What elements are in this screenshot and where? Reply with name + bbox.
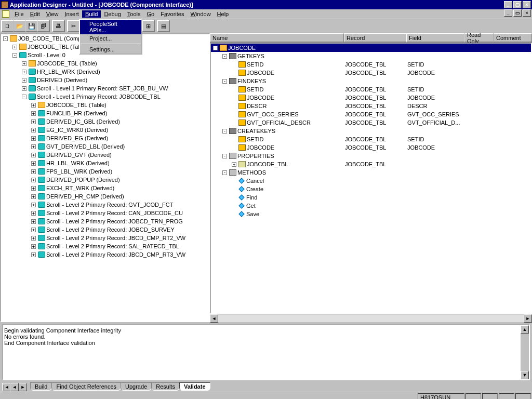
expander-icon[interactable]: + (31, 119, 36, 124)
expander-icon[interactable]: + (31, 178, 36, 182)
scroll-down-button[interactable]: ▼ (521, 371, 529, 379)
expander-icon[interactable]: + (31, 252, 36, 257)
menu-project[interactable]: Project... (80, 34, 141, 43)
tree-item[interactable]: +Scroll - Level 2 Primary Record: JBCD_C… (1, 250, 209, 259)
expander-icon[interactable]: - (3, 36, 8, 41)
ci-tree-item[interactable]: JOBCODEJOBCODE_TBLJOBCODE (211, 94, 531, 102)
tab-build[interactable]: Build (30, 382, 52, 391)
ci-tree-item[interactable]: GVT_OFFICIAL_DESCRJOBCODE_TBLGVT_OFFICIA… (211, 118, 531, 127)
expander-icon[interactable]: + (12, 45, 17, 49)
ci-tree-item[interactable]: -METHODS (211, 168, 531, 177)
expander-icon[interactable]: - (12, 53, 17, 58)
ci-tree-item[interactable]: SETIDJOBCODE_TBLSETID (211, 60, 531, 69)
expander-icon[interactable]: + (31, 194, 36, 199)
expander-icon[interactable]: + (31, 103, 36, 108)
col-comment[interactable]: Comment (494, 33, 532, 42)
ci-tree-item[interactable]: DESCRJOBCODE_TBLDESCR (211, 102, 531, 110)
horizontal-scrollbar[interactable]: ◄ ► (210, 314, 532, 322)
tab-find-object-references[interactable]: Find Object References (51, 382, 121, 391)
tree-item[interactable]: +FUNCLIB_HR (Derived) (1, 109, 209, 117)
btn-h[interactable]: ▤ (157, 20, 169, 32)
project-tree[interactable]: -JOB_CODE_TBL (Compon+JOBCODE_TBL (Table… (0, 33, 210, 322)
tree-item[interactable]: +Scroll - Level 2 Primary Record: SAL_RA… (1, 242, 209, 250)
scrollbar-track[interactable] (218, 314, 524, 322)
menu-favorites[interactable]: Favorites (157, 10, 187, 18)
tab-nav-first[interactable]: |◄ (2, 383, 10, 391)
expander-icon[interactable]: + (22, 61, 26, 66)
expander-icon[interactable]: - (222, 170, 227, 175)
menu-help[interactable]: Help (214, 10, 232, 18)
expander-icon[interactable]: + (31, 203, 36, 207)
print-button[interactable]: 🖶 (52, 20, 64, 32)
tree-item[interactable]: +DERIVED_HR_CMP (Derived) (1, 192, 209, 201)
mdi-close-button[interactable]: × (523, 9, 531, 17)
menu-insert[interactable]: Insert (61, 10, 82, 18)
output-vertical-scrollbar[interactable]: ▲ ▼ (521, 325, 529, 379)
tab-nav-prev[interactable]: ◄ (10, 383, 19, 391)
menu-debug[interactable]: Debug (101, 10, 124, 18)
ci-tree-item[interactable]: Save (211, 210, 531, 218)
maximize-button[interactable]: ▢ (513, 1, 522, 8)
expander-icon[interactable]: - (213, 46, 218, 50)
expander-icon[interactable]: + (22, 78, 26, 83)
ci-tree-item[interactable]: Cancel (211, 177, 531, 185)
expander-icon[interactable]: + (31, 236, 36, 241)
expander-icon[interactable]: - (22, 95, 26, 99)
col-readonly[interactable]: Read Only (464, 33, 494, 42)
ci-tree-item[interactable]: -CREATEKEYS (211, 127, 531, 135)
tree-item[interactable]: +DERIVED (Derived) (1, 76, 209, 84)
tree-item[interactable]: +DERIVED_GVT (Derived) (1, 151, 209, 159)
tree-item[interactable]: +Scroll - Level 2 Primary Record: CAN_JO… (1, 209, 209, 217)
btn-g[interactable]: ⊞ (142, 20, 154, 32)
expander-icon[interactable]: + (232, 162, 236, 167)
ci-tree-item[interactable]: SETIDJOBCODE_TBLSETID (211, 135, 531, 143)
expander-icon[interactable]: + (31, 244, 36, 249)
expander-icon[interactable]: + (31, 219, 36, 224)
expander-icon[interactable]: - (222, 79, 227, 84)
scroll-up-button[interactable]: ▲ (521, 325, 529, 334)
tree-item[interactable]: +EG_IC_WRK0 (Derived) (1, 126, 209, 134)
tab-upgrade[interactable]: Upgrade (121, 382, 152, 391)
ci-tree-item[interactable]: -GETKEYS (211, 52, 531, 60)
scroll-right-button[interactable]: ► (524, 314, 532, 323)
menu-settings[interactable]: Settings... (80, 45, 141, 54)
menu-tools[interactable]: Tools (124, 10, 144, 18)
ci-tree-item[interactable]: -JOBCODE (211, 44, 531, 52)
ci-tree-item[interactable]: JOBCODEJOBCODE_TBLJOBCODE (211, 143, 531, 152)
expander-icon[interactable]: - (222, 129, 227, 134)
menu-build[interactable]: Build (82, 10, 101, 18)
tree-item[interactable]: +HR_LBL_WRK (Derived) (1, 159, 209, 167)
menu-file[interactable]: File (11, 10, 27, 18)
col-name[interactable]: Name (210, 33, 344, 42)
expander-icon[interactable]: + (31, 144, 36, 149)
minimize-button[interactable]: _ (504, 1, 512, 8)
menu-view[interactable]: View (43, 10, 62, 18)
tree-item[interactable]: -Scroll - Level 1 Primary Record: JOBCOD… (1, 92, 209, 101)
tree-item[interactable]: +EXCH_RT_WRK (Derived) (1, 184, 209, 192)
close-button[interactable]: × (523, 1, 531, 8)
menu-window[interactable]: Window (187, 10, 214, 18)
expander-icon[interactable]: + (22, 70, 26, 74)
expander-icon[interactable]: + (31, 211, 36, 216)
col-record[interactable]: Record (344, 33, 406, 42)
tree-item[interactable]: +Scroll - Level 2 Primary Record: GVT_JC… (1, 201, 209, 209)
tree-item[interactable]: +DERIVED_IC_GBL (Derived) (1, 117, 209, 126)
menu-go[interactable]: Go (144, 10, 158, 18)
open-button[interactable]: 📂 (14, 20, 25, 32)
ci-tree-item[interactable]: GVT_OCC_SERIESJOBCODE_TBLGVT_OCC_SERIES (211, 110, 531, 118)
expander-icon[interactable]: + (31, 153, 36, 157)
copy-button[interactable]: 🗐 (37, 20, 49, 32)
mdi-restore-button[interactable]: ▭ (513, 9, 522, 17)
expander-icon[interactable]: + (22, 86, 26, 91)
ci-tree-item[interactable]: -FINDKEYS (211, 77, 531, 85)
tab-results[interactable]: Results (151, 382, 180, 391)
ci-tree-item[interactable]: SETIDJOBCODE_TBLSETID (211, 85, 531, 94)
ci-tree-item[interactable]: -PROPERTIES (211, 152, 531, 160)
menu-edit[interactable]: Edit (27, 10, 43, 18)
col-field[interactable]: Field (406, 33, 464, 42)
expander-icon[interactable]: + (31, 136, 36, 141)
ci-tree-item[interactable]: +JOBCODE_TBLJOBCODE_TBL (211, 160, 531, 168)
scroll-left-button[interactable]: ◄ (210, 314, 218, 323)
ci-tree-item[interactable]: Get (211, 202, 531, 210)
menu-peoplesoft-apis[interactable]: PeopleSoft APIs... (80, 20, 141, 34)
